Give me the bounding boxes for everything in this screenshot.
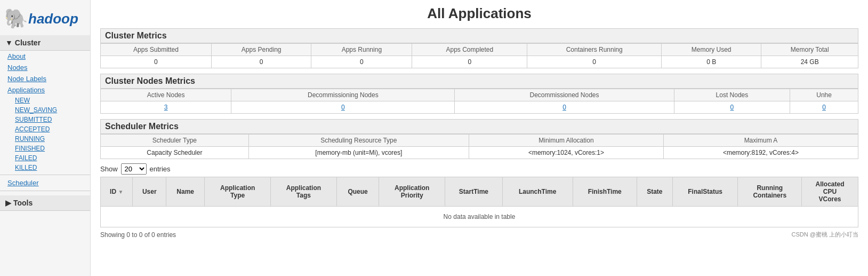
cluster-arrow-icon: ▼: [5, 38, 13, 47]
sidebar-divider-2: [0, 191, 90, 191]
col-apps-submitted: Apps Submitted: [101, 44, 212, 56]
table-header-row: ID ▼ User Name ApplicationType Applicati…: [101, 177, 858, 207]
col-apps-pending: Apps Pending: [211, 44, 311, 56]
cluster-metrics-table: Apps Submitted Apps Pending Apps Running…: [100, 43, 858, 68]
col-decommissioned-nodes: Decommissioned Nodes: [455, 89, 674, 101]
col-apps-running: Apps Running: [311, 44, 412, 56]
sidebar-item-new[interactable]: NEW: [10, 96, 90, 105]
cluster-nodes-table: Active Nodes Decommissioning Nodes Decom…: [100, 89, 858, 114]
col-scheduling-resource-type: Scheduling Resource Type: [248, 135, 469, 147]
no-data-row: No data available in table: [101, 207, 858, 227]
sidebar-item-scheduler[interactable]: Scheduler: [0, 177, 90, 188]
sidebar-item-submitted[interactable]: SUBMITTED: [10, 115, 90, 124]
hadoop-logo: 🐘 hadoop: [4, 7, 78, 30]
cluster-nodes-row: 3 0 0 0 0: [101, 101, 858, 114]
col-unhe: Unhe: [790, 89, 858, 101]
cluster-metrics-header: Cluster Metrics: [100, 28, 858, 43]
table-showing-text: Showing 0 to 0 of 0 entries: [100, 231, 176, 239]
col-application-tags[interactable]: ApplicationTags: [271, 177, 337, 207]
applications-submenu: NEW NEW_SAVING SUBMITTED ACCEPTED RUNNIN…: [0, 96, 90, 172]
entries-select[interactable]: 10 20 50 100: [121, 163, 147, 175]
col-scheduler-type: Scheduler Type: [101, 135, 249, 147]
sidebar-item-about[interactable]: About: [0, 51, 90, 62]
cluster-section-title: Cluster: [15, 38, 41, 47]
logo-area: 🐘 hadoop: [0, 4, 90, 35]
col-id[interactable]: ID ▼: [101, 177, 133, 207]
sidebar-item-node-labels[interactable]: Node Labels: [0, 73, 90, 84]
col-launch-time[interactable]: LaunchTime: [502, 177, 573, 207]
sidebar-item-failed[interactable]: FAILED: [10, 153, 90, 163]
val-apps-submitted: 0: [101, 56, 212, 68]
val-unhe[interactable]: 0: [790, 101, 858, 114]
val-apps-completed: 0: [412, 56, 527, 68]
val-apps-running: 0: [311, 56, 412, 68]
page-title-area: All Applications: [100, 5, 858, 22]
val-containers-running: 0: [527, 56, 662, 68]
entries-label: entries: [150, 165, 171, 173]
val-maximum-a: <memory:8192, vCores:4>: [663, 147, 858, 159]
watermark-text: CSDN @蜜桃 上的小叮当: [792, 231, 858, 239]
scheduler-metrics-row: Capacity Scheduler [memory-mb (unit=Mi),…: [101, 147, 858, 159]
cluster-nodes-header: Cluster Nodes Metrics: [100, 74, 858, 89]
col-decommissioning-nodes: Decommissioning Nodes: [231, 89, 455, 101]
hadoop-text: hadoop: [28, 11, 78, 27]
sidebar-item-nodes[interactable]: Nodes: [0, 62, 90, 73]
col-containers-running: Containers Running: [527, 44, 662, 56]
col-running-containers[interactable]: RunningContainers: [738, 177, 802, 207]
sidebar-item-new-saving[interactable]: NEW_SAVING: [10, 105, 90, 115]
sidebar-item-accepted[interactable]: ACCEPTED: [10, 124, 90, 134]
val-apps-pending: 0: [211, 56, 311, 68]
val-minimum-allocation: <memory:1024, vCores:1>: [469, 147, 663, 159]
tools-section-title: Tools: [13, 199, 33, 207]
col-final-status[interactable]: FinalStatus: [672, 177, 738, 207]
val-memory-used: 0 B: [661, 56, 761, 68]
cluster-section-header[interactable]: ▼ About Cluster: [0, 35, 90, 51]
scheduler-metrics-header: Scheduler Metrics: [100, 119, 858, 134]
col-minimum-allocation: Minimum Allocation: [469, 135, 663, 147]
col-maximum-a: Maximum A: [663, 135, 858, 147]
scheduler-metrics-table: Scheduler Type Scheduling Resource Type …: [100, 134, 858, 159]
col-name[interactable]: Name: [166, 177, 205, 207]
col-application-type[interactable]: ApplicationType: [205, 177, 271, 207]
col-active-nodes: Active Nodes: [101, 89, 231, 101]
val-decommissioning-nodes[interactable]: 0: [231, 101, 455, 114]
val-decommissioned-nodes[interactable]: 0: [455, 101, 674, 114]
col-application-priority[interactable]: ApplicationPriority: [379, 177, 445, 207]
cluster-metrics-row: 0 0 0 0 0 0 B 24 GB: [101, 56, 858, 68]
col-user[interactable]: User: [133, 177, 166, 207]
sidebar: 🐘 hadoop ▼ About Cluster About Nodes Nod…: [0, 0, 91, 276]
val-scheduling-resource-type: [memory-mb (unit=Mi), vcores]: [248, 147, 469, 159]
sidebar-item-running[interactable]: RUNNING: [10, 134, 90, 144]
applications-table: ID ▼ User Name ApplicationType Applicati…: [100, 177, 858, 227]
sidebar-divider: [0, 175, 90, 175]
col-start-time[interactable]: StartTime: [445, 177, 503, 207]
page-title: All Applications: [100, 5, 858, 22]
val-active-nodes[interactable]: 3: [101, 101, 231, 114]
id-sort-icon: ▼: [118, 189, 123, 195]
col-queue[interactable]: Queue: [336, 177, 379, 207]
table-footer: Showing 0 to 0 of 0 entries CSDN @蜜桃 上的小…: [100, 231, 858, 239]
sidebar-item-applications[interactable]: Applications: [0, 84, 90, 96]
col-allocated-cpu-vcores[interactable]: AllocatedCPUVCores: [802, 177, 858, 207]
hadoop-elephant-icon: 🐘: [4, 7, 28, 30]
val-memory-total: 24 GB: [761, 56, 858, 68]
val-scheduler-type: Capacity Scheduler: [101, 147, 249, 159]
col-lost-nodes: Lost Nodes: [674, 89, 790, 101]
col-apps-completed: Apps Completed: [412, 44, 527, 56]
col-finish-time[interactable]: FinishTime: [573, 177, 637, 207]
show-label: Show: [100, 165, 118, 173]
col-state[interactable]: State: [637, 177, 672, 207]
tools-arrow-icon: ▶: [5, 199, 11, 207]
show-entries-control: Show 10 20 50 100 entries: [100, 163, 858, 175]
sidebar-item-finished[interactable]: FINISHED: [10, 144, 90, 153]
sidebar-item-killed[interactable]: KILLED: [10, 163, 90, 172]
col-memory-total: Memory Total: [761, 44, 858, 56]
val-lost-nodes[interactable]: 0: [674, 101, 790, 114]
main-content: All Applications Cluster Metrics Apps Su…: [91, 0, 868, 276]
no-data-cell: No data available in table: [101, 207, 858, 227]
col-memory-used: Memory Used: [661, 44, 761, 56]
tools-section-header[interactable]: ▶ Tools: [0, 195, 90, 211]
